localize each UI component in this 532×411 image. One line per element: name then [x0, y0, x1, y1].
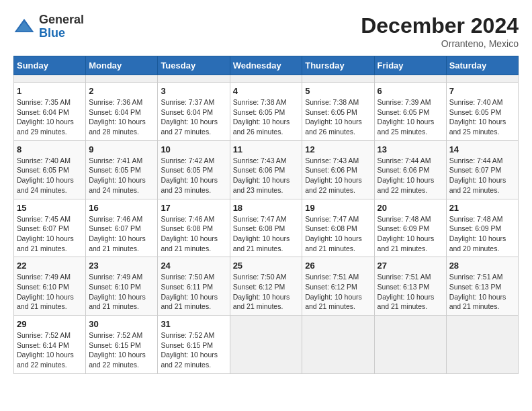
day-info: Sunrise: 7:47 AM Sunset: 6:08 PM Dayligh… [305, 214, 371, 254]
day-number: 27 [378, 261, 443, 271]
day-number: 23 [89, 261, 154, 271]
day-number: 10 [161, 144, 226, 154]
day-info: Sunrise: 7:50 AM Sunset: 6:11 PM Dayligh… [161, 272, 226, 312]
day-number: 17 [161, 203, 226, 213]
calendar-cell: 8 Sunrise: 7:40 AM Sunset: 6:05 PM Dayli… [14, 140, 86, 199]
calendar-week-2: 8 Sunrise: 7:40 AM Sunset: 6:05 PM Dayli… [14, 140, 519, 199]
calendar-cell: 20 Sunrise: 7:48 AM Sunset: 6:09 PM Dayl… [374, 199, 446, 257]
day-info: Sunrise: 7:47 AM Sunset: 6:08 PM Dayligh… [233, 214, 300, 254]
calendar-cell: 26 Sunrise: 7:51 AM Sunset: 6:12 PM Dayl… [302, 257, 374, 316]
day-number: 4 [233, 86, 300, 96]
calendar-cell [302, 316, 374, 374]
day-info: Sunrise: 7:46 AM Sunset: 6:08 PM Dayligh… [161, 214, 226, 254]
day-number: 2 [89, 86, 154, 96]
calendar-cell [446, 75, 518, 83]
calendar-cell: 15 Sunrise: 7:45 AM Sunset: 6:07 PM Dayl… [14, 199, 86, 257]
calendar-cell: 10 Sunrise: 7:42 AM Sunset: 6:05 PM Dayl… [158, 140, 230, 199]
day-number: 8 [17, 144, 83, 154]
header: General Blue December 2024 Orranteno, Me… [13, 13, 519, 49]
day-number: 6 [378, 86, 443, 96]
dow-tuesday: Tuesday [158, 56, 230, 75]
calendar-cell: 1 Sunrise: 7:35 AM Sunset: 6:04 PM Dayli… [14, 83, 86, 141]
day-number: 18 [233, 203, 300, 213]
day-number: 26 [305, 261, 371, 271]
calendar-cell [374, 316, 446, 374]
dow-thursday: Thursday [302, 56, 374, 75]
day-number: 20 [378, 203, 443, 213]
day-number: 13 [378, 144, 443, 154]
day-number: 25 [233, 261, 300, 271]
day-info: Sunrise: 7:46 AM Sunset: 6:07 PM Dayligh… [89, 214, 154, 254]
day-info: Sunrise: 7:50 AM Sunset: 6:12 PM Dayligh… [233, 272, 300, 312]
calendar-cell: 7 Sunrise: 7:40 AM Sunset: 6:05 PM Dayli… [446, 83, 518, 141]
calendar-cell: 24 Sunrise: 7:50 AM Sunset: 6:11 PM Dayl… [158, 257, 230, 316]
day-number: 12 [305, 144, 371, 154]
location: Orranteno, Mexico [361, 38, 519, 49]
calendar-table: SundayMondayTuesdayWednesdayThursdayFrid… [13, 56, 519, 374]
month-title: December 2024 [361, 13, 519, 38]
day-info: Sunrise: 7:38 AM Sunset: 6:05 PM Dayligh… [305, 97, 371, 137]
calendar-cell: 14 Sunrise: 7:44 AM Sunset: 6:07 PM Dayl… [446, 140, 518, 199]
calendar-week-1: 1 Sunrise: 7:35 AM Sunset: 6:04 PM Dayli… [14, 83, 519, 141]
calendar-cell: 29 Sunrise: 7:52 AM Sunset: 6:14 PM Dayl… [14, 316, 86, 374]
dow-friday: Friday [374, 56, 446, 75]
day-info: Sunrise: 7:43 AM Sunset: 6:06 PM Dayligh… [305, 156, 371, 195]
day-info: Sunrise: 7:35 AM Sunset: 6:04 PM Dayligh… [17, 97, 83, 137]
calendar-cell: 22 Sunrise: 7:49 AM Sunset: 6:10 PM Dayl… [14, 257, 86, 316]
day-info: Sunrise: 7:49 AM Sunset: 6:10 PM Dayligh… [89, 272, 154, 312]
calendar-week-3: 15 Sunrise: 7:45 AM Sunset: 6:07 PM Dayl… [14, 199, 519, 257]
calendar-cell: 25 Sunrise: 7:50 AM Sunset: 6:12 PM Dayl… [230, 257, 302, 316]
day-info: Sunrise: 7:37 AM Sunset: 6:04 PM Dayligh… [161, 97, 226, 137]
day-info: Sunrise: 7:52 AM Sunset: 6:14 PM Dayligh… [17, 330, 83, 370]
day-info: Sunrise: 7:39 AM Sunset: 6:05 PM Dayligh… [378, 97, 443, 137]
calendar-cell: 18 Sunrise: 7:47 AM Sunset: 6:08 PM Dayl… [230, 199, 302, 257]
day-info: Sunrise: 7:44 AM Sunset: 6:06 PM Dayligh… [378, 156, 443, 195]
calendar-cell: 27 Sunrise: 7:51 AM Sunset: 6:13 PM Dayl… [374, 257, 446, 316]
calendar-cell: 12 Sunrise: 7:43 AM Sunset: 6:06 PM Dayl… [302, 140, 374, 199]
day-info: Sunrise: 7:51 AM Sunset: 6:13 PM Dayligh… [378, 272, 443, 312]
calendar-cell: 16 Sunrise: 7:46 AM Sunset: 6:07 PM Dayl… [86, 199, 158, 257]
calendar-cell: 21 Sunrise: 7:48 AM Sunset: 6:09 PM Dayl… [446, 199, 518, 257]
day-info: Sunrise: 7:45 AM Sunset: 6:07 PM Dayligh… [17, 214, 83, 254]
day-info: Sunrise: 7:38 AM Sunset: 6:05 PM Dayligh… [233, 97, 300, 137]
dow-saturday: Saturday [446, 56, 518, 75]
day-number: 16 [89, 203, 154, 213]
calendar-week-4: 22 Sunrise: 7:49 AM Sunset: 6:10 PM Dayl… [14, 257, 519, 316]
day-number: 22 [17, 261, 83, 271]
calendar-cell: 6 Sunrise: 7:39 AM Sunset: 6:05 PM Dayli… [374, 83, 446, 141]
calendar-cell: 5 Sunrise: 7:38 AM Sunset: 6:05 PM Dayli… [302, 83, 374, 141]
calendar-cell: 2 Sunrise: 7:36 AM Sunset: 6:04 PM Dayli… [86, 83, 158, 141]
calendar-cell: 3 Sunrise: 7:37 AM Sunset: 6:04 PM Dayli… [158, 83, 230, 141]
day-info: Sunrise: 7:52 AM Sunset: 6:15 PM Dayligh… [89, 330, 154, 370]
calendar-week-0 [14, 75, 519, 83]
calendar-cell: 13 Sunrise: 7:44 AM Sunset: 6:06 PM Dayl… [374, 140, 446, 199]
day-number: 9 [89, 144, 154, 154]
day-info: Sunrise: 7:41 AM Sunset: 6:05 PM Dayligh… [89, 156, 154, 195]
generalblue-logo-icon [13, 16, 35, 38]
dow-sunday: Sunday [14, 56, 86, 75]
calendar-cell: 30 Sunrise: 7:52 AM Sunset: 6:15 PM Dayl… [86, 316, 158, 374]
day-number: 7 [449, 86, 515, 96]
logo-text: General Blue [39, 13, 84, 40]
day-info: Sunrise: 7:40 AM Sunset: 6:05 PM Dayligh… [17, 156, 83, 195]
day-number: 3 [161, 86, 226, 96]
calendar-cell: 9 Sunrise: 7:41 AM Sunset: 6:05 PM Dayli… [86, 140, 158, 199]
day-info: Sunrise: 7:52 AM Sunset: 6:15 PM Dayligh… [161, 330, 226, 370]
title-area: December 2024 Orranteno, Mexico [361, 13, 519, 49]
day-info: Sunrise: 7:49 AM Sunset: 6:10 PM Dayligh… [17, 272, 83, 312]
day-number: 30 [89, 319, 154, 329]
calendar-cell: 28 Sunrise: 7:51 AM Sunset: 6:13 PM Dayl… [446, 257, 518, 316]
day-info: Sunrise: 7:48 AM Sunset: 6:09 PM Dayligh… [449, 214, 515, 254]
calendar-week-5: 29 Sunrise: 7:52 AM Sunset: 6:14 PM Dayl… [14, 316, 519, 374]
day-number: 24 [161, 261, 226, 271]
calendar-cell: 31 Sunrise: 7:52 AM Sunset: 6:15 PM Dayl… [158, 316, 230, 374]
day-info: Sunrise: 7:51 AM Sunset: 6:12 PM Dayligh… [305, 272, 371, 312]
day-info: Sunrise: 7:48 AM Sunset: 6:09 PM Dayligh… [378, 214, 443, 254]
day-info: Sunrise: 7:42 AM Sunset: 6:05 PM Dayligh… [161, 156, 226, 195]
day-number: 15 [17, 203, 83, 213]
calendar-cell [158, 75, 230, 83]
calendar-cell [230, 75, 302, 83]
calendar-cell: 19 Sunrise: 7:47 AM Sunset: 6:08 PM Dayl… [302, 199, 374, 257]
logo: General Blue [13, 13, 84, 40]
day-number: 31 [161, 319, 226, 329]
